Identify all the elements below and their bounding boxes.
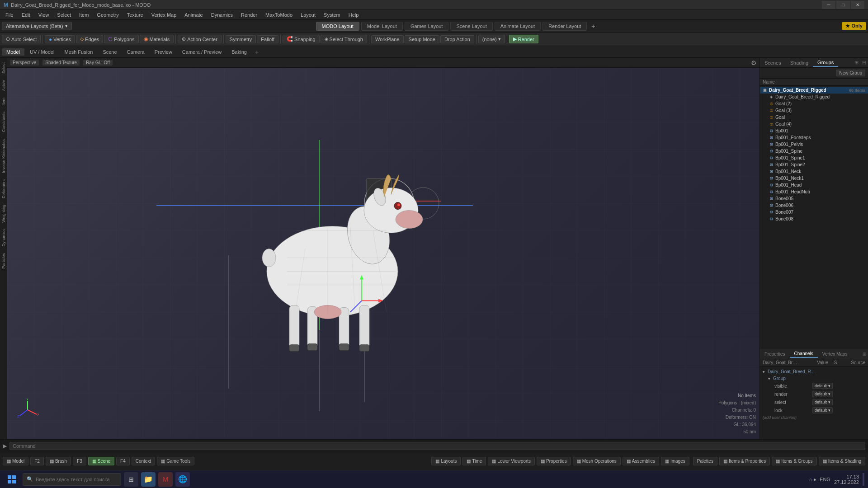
list-item[interactable]: ⊡Bone007 [760,209,868,216]
drop-action-button[interactable]: Drop Action [440,35,474,43]
list-item[interactable]: ⊡Bp001_Head [760,182,868,188]
expand-icon[interactable]: ⊞ [853,60,860,66]
sidebar-tab-deformers[interactable]: Deformers [0,177,7,201]
prop-section-item[interactable]: ▾Dairy_Goat_Breed_R... [760,368,868,375]
start-button[interactable] [4,471,20,488]
bottom-scene-button[interactable]: ▦ Scene [88,457,114,465]
command-input[interactable] [9,442,865,450]
list-item[interactable]: ◎Goal (2) [760,100,868,107]
bottom-items-shading-button[interactable]: ▦ Items & Shading [819,457,865,465]
layout-dropdown[interactable]: Alternative Layouts (Beta) ▾ [2,22,72,30]
shading-label[interactable]: Shaded Texture [42,60,80,66]
sidebar-tab-dynamics[interactable]: Dynamics [0,226,7,249]
expand-icon[interactable]: ⊞ [861,352,868,357]
mode-tab-camera[interactable]: Camera [123,48,149,56]
list-item[interactable]: ▣Dairy_Goat_Breed_Rigged66 Items [760,87,868,94]
falloff-button[interactable]: Falloff [257,35,278,43]
list-item[interactable]: ⊡Bone006 [760,202,868,209]
only-button[interactable]: ★ Only [842,22,866,30]
menu-item-view[interactable]: View [35,11,53,19]
viewport-canvas[interactable]: EYE [7,68,760,439]
taskbar-app-explorer[interactable]: 📁 [141,472,156,487]
prop-value-dropdown[interactable]: default ▾ [812,391,833,397]
sidebar-tab-weighting[interactable]: Weighting [0,202,7,225]
bottom-f2-button[interactable]: F2 [30,457,44,465]
bottom-mesh-ops-button[interactable]: ▦ Mesh Operations [573,457,621,465]
bottom-brush-button[interactable]: ▦ Brush [46,457,71,465]
prop-value-dropdown[interactable]: default ▾ [812,383,833,389]
bottom-images-button[interactable]: ▦ Images [661,457,689,465]
render-button[interactable]: ▶ Render [509,35,538,43]
bottom-items-groups-button[interactable]: ▦ Items & Groups [772,457,816,465]
menu-item-vertex map[interactable]: Vertex Map [148,11,180,19]
symmetry-button[interactable]: Symmetry [226,35,256,43]
sidebar-tab-ik[interactable]: Inverse Kinematics [0,136,7,176]
list-item[interactable]: ⊡Bp001_Spine [760,148,868,155]
sidebar-tab-item[interactable]: Item [0,95,7,108]
prop-section-group[interactable]: ▾Group [760,375,868,382]
layout-tab-scene[interactable]: Scene Layout [450,22,492,31]
menu-item-edit[interactable]: Edit [18,11,34,19]
menu-item-texture[interactable]: Texture [123,11,147,19]
prop-value-dropdown[interactable]: default ▾ [812,399,833,405]
bottom-time-button[interactable]: ▦ Time [462,457,486,465]
menu-item-layout[interactable]: Layout [297,11,319,19]
list-item[interactable]: ⊡Bp001 [760,127,868,134]
sidebar-tab-constraints[interactable]: Constraints [0,109,7,135]
polygons-button[interactable]: ⬡ Polygons [104,35,138,43]
mode-tab-add-button[interactable]: + [252,47,261,56]
task-view-button[interactable]: ⊞ [124,472,138,487]
menu-item-item[interactable]: Item [75,11,92,19]
auto-select-button[interactable]: ⊙ Auto Select [2,35,41,43]
layout-tab-animate[interactable]: Animate Layout [495,22,541,31]
list-item[interactable]: ⊡Bone005 [760,195,868,202]
list-item[interactable]: ⊡Bp001_Spine1 [760,155,868,161]
action-center-button[interactable]: ⊕ Action Center [178,35,222,43]
vertices-button[interactable]: ● Vertices [45,35,75,43]
menu-item-help[interactable]: Help [345,11,363,19]
setup-mode-button[interactable]: Setup Mode [405,35,439,43]
notification-icons[interactable]: ⌂ ♦ [809,477,816,482]
taskbar-app-browser[interactable]: 🌐 [175,472,190,487]
bottom-f3-button[interactable]: F3 [73,457,86,465]
menu-item-render[interactable]: Render [237,11,261,19]
tab-vertex-maps[interactable]: Vertex Maps [818,351,852,357]
list-item[interactable]: ⊡Bp001_Pelvis [760,141,868,148]
new-group-button[interactable]: New Group [836,70,865,76]
materials-button[interactable]: ◉ Materials [140,35,174,43]
layout-add-button[interactable]: + [589,22,598,31]
bottom-items-properties-button[interactable]: ▦ Items & Properties [719,457,770,465]
list-item[interactable]: ⊡Bp001_Spine2 [760,161,868,168]
menu-item-system[interactable]: System [320,11,344,19]
bottom-properties-button[interactable]: ▦ Properties [537,457,571,465]
windows-search-box[interactable]: 🔍 [23,473,121,486]
sidebar-tab-active[interactable]: Active [0,77,7,94]
sidebar-tab-select[interactable]: Select [0,60,7,76]
mode-tab-baking[interactable]: Baking [227,48,251,56]
bottom-lower-viewports-button[interactable]: ▦ Lower Viewports [488,457,535,465]
collapse-icon[interactable]: ⊟ [860,60,868,66]
layout-tab-games[interactable]: Games Layout [405,22,449,31]
workplane-button[interactable]: WorkPlane [371,35,404,43]
layout-tab-modo[interactable]: MODO Layout [316,22,359,31]
sidebar-tab-particles[interactable]: Particles [0,250,7,272]
tab-scenes[interactable]: Scenes [760,59,786,66]
none-dropdown[interactable]: (none) ▾ [478,35,505,43]
prop-value-dropdown[interactable]: default ▾ [812,407,833,413]
tab-channels[interactable]: Channels [790,350,818,358]
menu-item-dynamics[interactable]: Dynamics [208,11,236,19]
bottom-f4-button[interactable]: F4 [116,457,130,465]
menu-item-maxtomodo[interactable]: MaxToModo [262,11,296,19]
mode-tab-model[interactable]: Model [2,48,24,56]
snapping-button[interactable]: 🧲 Snapping [283,35,320,43]
mode-tab-uv---model[interactable]: UV / Model [25,48,59,56]
menu-item-file[interactable]: File [2,11,17,19]
viewport-settings-icon[interactable]: ⚙ [751,59,757,66]
tab-shading[interactable]: Shading [786,59,813,66]
bottom-model-button[interactable]: ▦ Model [3,457,28,465]
tab-properties[interactable]: Properties [760,351,790,357]
taskbar-app-modo[interactable]: M [158,472,173,487]
list-item[interactable]: ◎Goal (3) [760,107,868,114]
search-input[interactable] [36,477,117,482]
maximize-button[interactable]: □ [836,1,850,9]
